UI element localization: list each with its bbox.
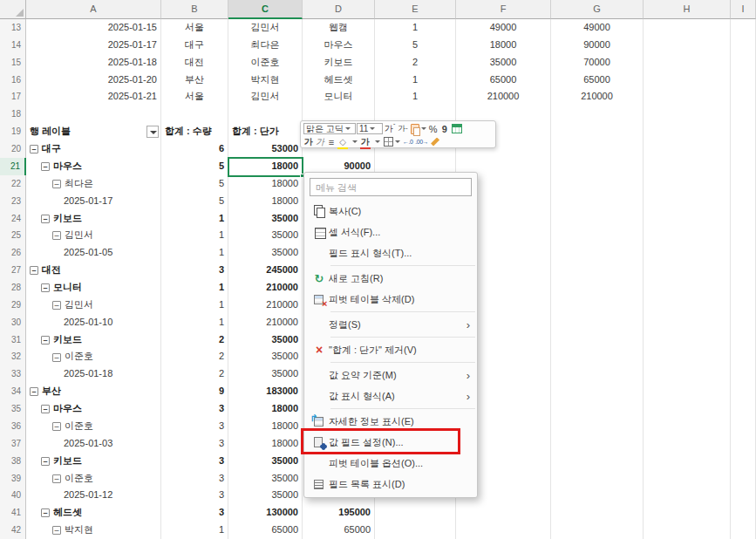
cell-H30[interactable] xyxy=(644,314,731,332)
cell-H19[interactable] xyxy=(644,123,731,141)
collapse-icon[interactable]: – xyxy=(52,180,61,188)
cell-D17[interactable]: 모니터 xyxy=(303,88,375,106)
cell-H34[interactable] xyxy=(644,383,731,401)
cell-E13[interactable]: 1 xyxy=(375,19,456,38)
cell-C28[interactable]: 210000 xyxy=(228,279,303,297)
cell-I39[interactable] xyxy=(731,470,756,488)
row-header-24[interactable]: 24 xyxy=(0,210,26,229)
cell-F15[interactable]: 35000 xyxy=(456,54,551,72)
cell-F42[interactable] xyxy=(456,522,551,539)
cell-H16[interactable] xyxy=(644,72,731,90)
cell-I27[interactable] xyxy=(731,262,756,280)
cell-A30[interactable]: 2025-01-10 xyxy=(26,314,161,332)
cell-B21[interactable]: 5 xyxy=(161,158,228,176)
cell-H42[interactable] xyxy=(644,522,731,539)
collapse-icon[interactable]: – xyxy=(41,283,50,292)
cell-G26[interactable] xyxy=(551,244,644,263)
cell-E15[interactable]: 2 xyxy=(375,54,456,72)
cell-A27[interactable]: –대전 xyxy=(26,262,161,280)
cell-H28[interactable] xyxy=(644,279,731,297)
cell-H27[interactable] xyxy=(644,262,731,280)
cell-C14[interactable]: 최다은 xyxy=(228,37,303,55)
cell-C24[interactable]: 35000 xyxy=(228,210,303,229)
collapse-icon[interactable]: – xyxy=(30,266,38,275)
row-header-32[interactable]: 32 xyxy=(0,348,26,366)
cell-H36[interactable] xyxy=(644,418,731,436)
cell-I25[interactable] xyxy=(731,227,756,245)
collapse-icon[interactable]: – xyxy=(41,457,50,466)
cell-H35[interactable] xyxy=(644,400,731,419)
cell-C30[interactable]: 210000 xyxy=(228,314,303,332)
menu-item-refresh[interactable]: ↻새로 고침(R) xyxy=(304,268,477,289)
cell-H32[interactable] xyxy=(644,348,731,366)
cell-G39[interactable] xyxy=(551,470,644,488)
cell-A40[interactable]: 2025-01-12 xyxy=(26,487,161,505)
cell-G17[interactable]: 210000 xyxy=(551,88,644,106)
borders-button[interactable] xyxy=(383,136,401,147)
cell-C38[interactable]: 35000 xyxy=(228,453,303,471)
column-header-H[interactable]: H xyxy=(644,0,731,19)
cell-F14[interactable]: 18000 xyxy=(456,37,551,55)
decrease-decimal-button[interactable]: .00→ xyxy=(414,136,429,147)
row-header-16[interactable]: 16 xyxy=(0,72,26,90)
cell-D15[interactable]: 키보드 xyxy=(303,54,375,72)
lines-button[interactable]: ≡ xyxy=(326,136,337,147)
cell-C15[interactable]: 이준호 xyxy=(228,54,303,72)
cell-G21[interactable] xyxy=(551,158,644,176)
cell-A19[interactable]: 행 레이블 xyxy=(26,123,161,141)
cell-A18[interactable] xyxy=(26,106,161,124)
cell-H41[interactable] xyxy=(644,504,731,522)
cell-B24[interactable]: 1 xyxy=(161,210,228,229)
cell-G34[interactable] xyxy=(551,383,644,401)
menu-item-summarize-values-by[interactable]: 값 요약 기준(M)› xyxy=(304,365,477,385)
select-all-corner[interactable] xyxy=(0,0,26,19)
cell-I32[interactable] xyxy=(731,348,756,366)
cell-A31[interactable]: –키보드 xyxy=(26,331,161,350)
cell-I31[interactable] xyxy=(731,331,756,350)
row-header-17[interactable]: 17 xyxy=(0,88,26,106)
cell-I24[interactable] xyxy=(731,210,756,229)
cell-C25[interactable]: 35000 xyxy=(228,227,303,245)
cell-D41[interactable]: 195000 xyxy=(303,504,375,522)
cell-H31[interactable] xyxy=(644,331,731,350)
cell-B29[interactable]: 1 xyxy=(161,297,228,315)
cell-C34[interactable]: 183000 xyxy=(228,383,303,401)
cell-A34[interactable]: –부산 xyxy=(26,383,161,401)
cell-B33[interactable]: 2 xyxy=(161,365,228,384)
menu-item-field-number-format[interactable]: 필드 표시 형식(T)... xyxy=(304,242,477,263)
row-header-21[interactable]: 21 xyxy=(0,158,26,176)
cell-B18[interactable] xyxy=(161,106,228,124)
cell-I23[interactable] xyxy=(731,193,756,211)
cell-A14[interactable]: 2025-01-17 xyxy=(26,37,161,55)
percent-style-button[interactable]: % xyxy=(428,123,439,134)
cell-B30[interactable]: 1 xyxy=(161,314,228,332)
cell-G42[interactable] xyxy=(551,522,644,539)
decrease-font-button[interactable]: 가ˇ xyxy=(397,123,408,134)
cell-B32[interactable]: 2 xyxy=(161,348,228,366)
cell-C42[interactable]: 65000 xyxy=(228,522,303,539)
cell-I40[interactable] xyxy=(731,487,756,505)
row-header-13[interactable]: 13 xyxy=(0,19,26,38)
menu-item-show-details[interactable]: ↱자세한 정보 표시(E) xyxy=(304,411,477,432)
cell-A21[interactable]: –마우스 xyxy=(26,158,161,176)
cell-H17[interactable] xyxy=(644,88,731,106)
column-header-C[interactable]: C xyxy=(228,0,303,19)
cell-I35[interactable] xyxy=(731,400,756,419)
cell-I14[interactable] xyxy=(731,37,756,55)
row-header-20[interactable]: 20 xyxy=(0,140,26,159)
cell-B28[interactable]: 1 xyxy=(161,279,228,297)
cell-A20[interactable]: –대구 xyxy=(26,140,161,159)
cell-H20[interactable] xyxy=(644,140,731,159)
cell-B13[interactable]: 서울 xyxy=(161,19,228,38)
column-header-B[interactable]: B xyxy=(161,0,228,19)
cell-D14[interactable]: 마우스 xyxy=(303,37,375,55)
cell-A25[interactable]: –김민서 xyxy=(26,227,161,245)
collapse-icon[interactable]: – xyxy=(41,508,50,517)
cell-H14[interactable] xyxy=(644,37,731,55)
cell-H39[interactable] xyxy=(644,470,731,488)
cell-H15[interactable] xyxy=(644,54,731,72)
cell-G27[interactable] xyxy=(551,262,644,280)
row-header-25[interactable]: 25 xyxy=(0,227,26,245)
cell-G14[interactable]: 90000 xyxy=(551,37,644,55)
cell-C17[interactable]: 김민서 xyxy=(228,88,303,106)
